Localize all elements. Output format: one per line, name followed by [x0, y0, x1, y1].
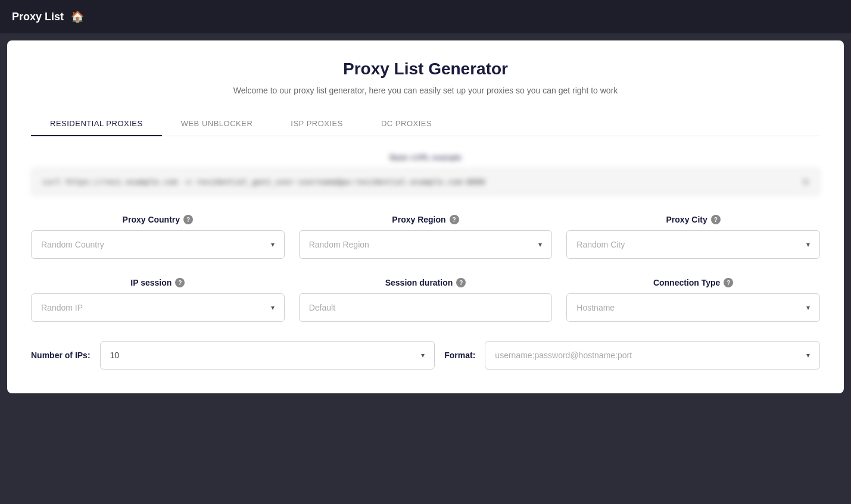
url-text: curl https://resi.example.com -x residen… [42, 177, 798, 186]
tab-web-unblocker[interactable]: WEB UNBLOCKER [162, 112, 272, 136]
format-value: username:password@hostname:port [495, 350, 806, 360]
proxy-country-label: Proxy Country ? [31, 215, 285, 224]
chevron-down-icon: ▾ [538, 240, 542, 249]
app-title: Proxy List [12, 11, 64, 23]
home-icon[interactable]: 🏠 [71, 10, 84, 23]
ip-session-select[interactable]: Random IP ▾ [31, 293, 285, 322]
proxy-city-label: Proxy City ? [566, 215, 820, 224]
proxy-city-help-icon[interactable]: ? [711, 215, 721, 224]
location-row: Proxy Country ? Random Country ▾ Proxy R… [31, 215, 820, 259]
ip-session-help-icon[interactable]: ? [175, 278, 185, 287]
copy-icon[interactable]: ⧉ [803, 177, 809, 187]
connection-type-help-icon[interactable]: ? [724, 278, 733, 287]
proxy-city-select[interactable]: Random City ▾ [566, 230, 820, 259]
proxy-region-select[interactable]: Random Region ▾ [299, 230, 553, 259]
ip-session-group: IP session ? Random IP ▾ [31, 278, 285, 322]
tab-dc-proxies[interactable]: DC PROXIES [362, 112, 451, 136]
chevron-down-icon: ▾ [806, 240, 810, 249]
proxy-country-select[interactable]: Random Country ▾ [31, 230, 285, 259]
session-duration-value: Default [309, 303, 543, 312]
main-card: Proxy List Generator Welcome to our prox… [7, 40, 844, 393]
connection-type-label: Connection Type ? [566, 278, 820, 287]
proxy-region-help-icon[interactable]: ? [450, 215, 459, 224]
tabs-container: RESIDENTIAL PROXIES WEB UNBLOCKER ISP PR… [31, 112, 820, 136]
page-subtitle: Welcome to our proxy list generator, her… [31, 86, 820, 95]
number-of-ips-select[interactable]: 10 ▾ [100, 341, 435, 370]
proxy-region-group: Proxy Region ? Random Region ▾ [299, 215, 553, 259]
bottom-row: Number of IPs: 10 ▾ Format: username:pas… [31, 341, 820, 370]
session-row: IP session ? Random IP ▾ Session duratio… [31, 278, 820, 322]
proxy-region-value: Random Region [309, 240, 539, 249]
url-box: curl https://resi.example.com -x residen… [31, 168, 820, 196]
chevron-down-icon: ▾ [806, 303, 810, 312]
proxy-region-label: Proxy Region ? [299, 215, 553, 224]
proxy-country-group: Proxy Country ? Random Country ▾ [31, 215, 285, 259]
url-label: Basic cURL example [31, 153, 820, 162]
tab-isp-proxies[interactable]: ISP PROXIES [272, 112, 362, 136]
chevron-down-icon: ▾ [806, 351, 810, 359]
connection-type-value: Hostname [576, 303, 806, 312]
tab-residential-proxies[interactable]: RESIDENTIAL PROXIES [31, 112, 162, 136]
ip-session-label: IP session ? [31, 278, 285, 287]
format-label: Format: [444, 350, 475, 360]
format-select[interactable]: username:password@hostname:port ▾ [485, 341, 820, 370]
proxy-country-help-icon[interactable]: ? [183, 215, 193, 224]
navbar: Proxy List 🏠 [0, 0, 851, 33]
ip-session-value: Random IP [41, 303, 271, 312]
page-title: Proxy List Generator [31, 60, 820, 79]
session-duration-help-icon[interactable]: ? [456, 278, 466, 287]
proxy-city-value: Random City [576, 240, 806, 249]
session-duration-select[interactable]: Default [299, 293, 553, 322]
proxy-country-value: Random Country [41, 240, 271, 249]
chevron-down-icon: ▾ [271, 303, 275, 312]
proxy-city-group: Proxy City ? Random City ▾ [566, 215, 820, 259]
number-of-ips-value: 10 [110, 350, 422, 360]
chevron-down-icon: ▾ [421, 351, 425, 359]
session-duration-label: Session duration ? [299, 278, 553, 287]
connection-type-select[interactable]: Hostname ▾ [566, 293, 820, 322]
session-duration-group: Session duration ? Default [299, 278, 553, 322]
chevron-down-icon: ▾ [271, 240, 275, 249]
number-of-ips-label: Number of IPs: [31, 350, 91, 360]
connection-type-group: Connection Type ? Hostname ▾ [566, 278, 820, 322]
